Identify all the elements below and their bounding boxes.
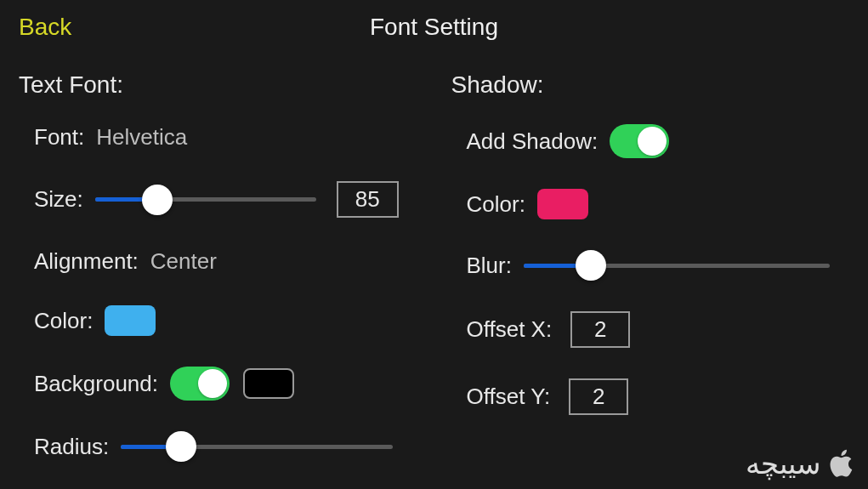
- offsetx-label: Offset X:: [467, 316, 553, 343]
- blur-label: Blur:: [467, 253, 512, 279]
- blur-row: Blur:: [451, 250, 850, 281]
- background-row: Background:: [19, 367, 417, 401]
- add-shadow-toggle[interactable]: [610, 124, 669, 158]
- background-toggle[interactable]: [170, 367, 230, 401]
- offsetx-value-box[interactable]: 2: [570, 311, 630, 348]
- text-color-label: Color:: [34, 308, 93, 334]
- header-bar: Back Font Setting: [0, 0, 868, 54]
- size-row: Size: 85: [19, 181, 417, 218]
- alignment-label: Alignment:: [34, 248, 139, 275]
- text-color-swatch[interactable]: [105, 305, 156, 336]
- offsety-row: Offset Y: 2: [451, 378, 850, 415]
- shadow-color-label: Color:: [467, 191, 525, 218]
- font-value: Helvetica: [96, 124, 187, 151]
- text-color-row: Color:: [19, 305, 417, 336]
- radius-slider[interactable]: [121, 431, 393, 462]
- shadow-color-row: Color:: [451, 189, 850, 219]
- blur-slider-thumb[interactable]: [576, 250, 606, 281]
- shadow-color-swatch[interactable]: [537, 189, 588, 219]
- size-slider[interactable]: [95, 185, 316, 215]
- text-font-section: Text Font: Font: Helvetica Size: 85 Alig…: [19, 71, 417, 489]
- size-label: Size:: [34, 186, 83, 213]
- radius-slider-thumb[interactable]: [166, 431, 196, 462]
- size-slider-thumb[interactable]: [142, 185, 173, 215]
- offsetx-row: Offset X: 2: [451, 311, 850, 348]
- offsety-label: Offset Y:: [467, 384, 551, 410]
- back-button[interactable]: Back: [19, 14, 71, 41]
- font-label: Font:: [34, 124, 84, 151]
- text-font-heading: Text Font:: [19, 71, 417, 99]
- offsety-value-box[interactable]: 2: [569, 378, 628, 415]
- background-color-swatch[interactable]: [243, 368, 294, 399]
- shadow-heading: Shadow:: [451, 71, 850, 99]
- alignment-value: Center: [150, 248, 217, 275]
- add-shadow-label: Add Shadow:: [467, 128, 599, 155]
- watermark-text: سیبچه: [746, 446, 820, 480]
- page-title: Font Setting: [370, 14, 498, 41]
- background-label: Background:: [34, 371, 158, 397]
- size-value-box[interactable]: 85: [337, 181, 399, 218]
- apple-icon: [825, 447, 858, 480]
- radius-label: Radius:: [34, 434, 109, 460]
- radius-row: Radius:: [19, 431, 417, 462]
- add-shadow-row: Add Shadow:: [451, 124, 850, 158]
- shadow-section: Shadow: Add Shadow: Color: Blur: Offset …: [451, 71, 850, 489]
- alignment-row[interactable]: Alignment: Center: [19, 248, 417, 275]
- toggle-knob: [638, 127, 667, 156]
- watermark: سیبچه: [746, 446, 858, 480]
- toggle-knob: [198, 369, 227, 398]
- font-row[interactable]: Font: Helvetica: [19, 124, 417, 151]
- blur-slider[interactable]: [524, 250, 830, 281]
- content-area: Text Font: Font: Helvetica Size: 85 Alig…: [0, 54, 868, 489]
